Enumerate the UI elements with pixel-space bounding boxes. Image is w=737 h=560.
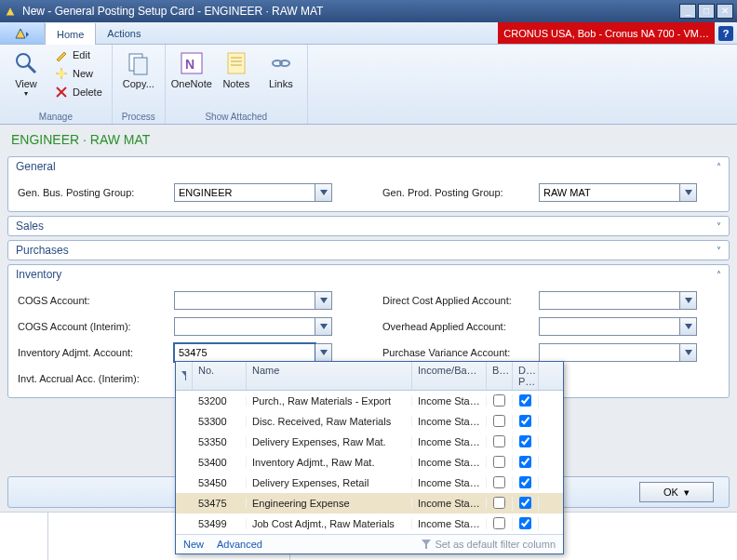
direct-cost-label: Direct Cost Applied Account: [382, 295, 531, 306]
ok-button[interactable]: OK ▾ [639, 482, 714, 502]
lookup-row[interactable]: 53475Engineering ExpenseIncome Sta… [176, 493, 563, 513]
checkbox-b[interactable] [493, 517, 505, 529]
lookup-cell-no: 53400 [193, 457, 247, 468]
ribbon: View ▾ Edit New Delete Manage [0, 45, 737, 125]
funnel-icon [422, 540, 431, 549]
lookup-cell-no: 53300 [193, 416, 247, 427]
inventory-adjmt-input[interactable] [174, 343, 315, 362]
minimize-button[interactable]: _ [679, 4, 696, 19]
fasttab-general-header[interactable]: General ˄ [8, 157, 729, 176]
lookup-cell-name: Job Cost Adjmt., Raw Materials [247, 518, 412, 529]
lookup-col-dp[interactable]: D… P… [513, 362, 539, 390]
checkbox-b[interactable] [493, 456, 505, 468]
checkbox-b[interactable] [493, 476, 505, 488]
checkbox-dp[interactable] [519, 456, 531, 468]
lookup-col-name[interactable]: Name [247, 362, 412, 390]
checkbox-b[interactable] [493, 497, 505, 509]
svg-marker-25 [181, 371, 186, 380]
lookup-row[interactable]: 53200Purch., Raw Materials - ExportIncom… [176, 391, 563, 411]
gen-prod-dropdown-button[interactable] [680, 183, 697, 202]
cogs-account-input[interactable] [174, 291, 315, 310]
edit-button[interactable]: Edit [50, 47, 106, 63]
lookup-col-b[interactable]: B… [487, 362, 513, 390]
inventory-adjmt-dropdown-button[interactable] [315, 343, 332, 362]
direct-cost-input[interactable] [539, 291, 680, 310]
cogs-dropdown-button[interactable] [315, 291, 332, 310]
lookup-header-row: No. Name Income/Ba… B… D… P… [176, 362, 563, 391]
new-button[interactable]: New [50, 65, 106, 82]
lookup-cell-income: Income Sta… [412, 498, 487, 509]
lookup-cell-dp [513, 476, 539, 490]
lookup-row[interactable]: 53499Job Cost Adjmt., Raw MaterialsIncom… [176, 513, 563, 534]
lookup-cell-b [487, 435, 513, 449]
lookup-cell-no: 53450 [193, 477, 247, 488]
cogs-interim-input[interactable] [174, 317, 315, 336]
page-title: ENGINEER · RAW MAT [11, 132, 726, 147]
overhead-input[interactable] [539, 317, 680, 336]
tab-home[interactable]: Home [45, 23, 96, 45]
tab-actions[interactable]: Actions [96, 22, 152, 44]
fasttab-sales-header[interactable]: Sales ˅ [8, 217, 729, 235]
ribbon-group-process-label: Process [122, 110, 155, 124]
links-icon [266, 48, 296, 78]
ribbon-group-showattached-label: Show Attached [205, 110, 267, 124]
checkbox-dp[interactable] [519, 394, 531, 407]
chevron-up-icon: ˄ [717, 270, 721, 280]
svg-rect-8 [134, 58, 147, 74]
fasttab-purchases-header[interactable]: Purchases ˅ [8, 241, 729, 260]
copy-button[interactable]: Copy... [118, 47, 159, 91]
lookup-cell-dp [513, 394, 539, 408]
inventory-adjmt-label: Inventory Adjmt. Account: [18, 347, 167, 358]
svg-point-2 [17, 54, 30, 67]
lookup-row[interactable]: 53450Delivery Expenses, RetailIncome Sta… [176, 473, 563, 493]
onenote-button[interactable]: N OneNote [171, 47, 212, 91]
lookup-row[interactable]: 53350Delivery Expenses, Raw Mat.Income S… [176, 432, 563, 452]
cogs-interim-dropdown-button[interactable] [315, 317, 332, 336]
checkbox-b[interactable] [493, 394, 505, 407]
lookup-new-link[interactable]: New [183, 539, 204, 550]
checkbox-dp[interactable] [519, 435, 531, 447]
svg-marker-18 [685, 190, 692, 195]
svg-marker-22 [685, 324, 692, 329]
lookup-row[interactable]: 53300Disc. Received, Raw MaterialsIncome… [176, 411, 563, 432]
purchase-variance-input[interactable] [539, 343, 680, 362]
lookup-advanced-link[interactable]: Advanced [217, 539, 262, 550]
help-button[interactable]: ? [718, 26, 733, 41]
lookup-body[interactable]: 53200Purch., Raw Materials - ExportIncom… [176, 391, 563, 534]
lookup-col-income[interactable]: Income/Ba… [412, 362, 487, 390]
lookup-row[interactable]: 53400Inventory Adjmt., Raw Mat.Income St… [176, 452, 563, 473]
checkbox-dp[interactable] [519, 415, 531, 427]
svg-marker-17 [320, 190, 328, 195]
application-menu-button[interactable] [0, 22, 45, 44]
checkbox-b[interactable] [493, 435, 505, 447]
checkbox-dp[interactable] [519, 497, 531, 509]
purchase-variance-dropdown-button[interactable] [680, 343, 697, 362]
delete-button[interactable]: Delete [50, 84, 106, 100]
svg-point-4 [59, 71, 64, 76]
view-button[interactable]: View ▾ [6, 47, 47, 100]
app-icon [4, 5, 17, 18]
maximize-button[interactable]: □ [698, 4, 715, 19]
sparkle-icon [54, 66, 69, 81]
gen-prod-posting-group-input[interactable] [539, 183, 680, 202]
checkbox-dp[interactable] [519, 476, 531, 488]
lookup-cell-dp [513, 517, 539, 531]
dropdown-arrow-icon: ▾ [24, 89, 28, 98]
gen-bus-dropdown-button[interactable] [315, 183, 332, 202]
gen-bus-posting-group-input[interactable] [174, 183, 315, 202]
svg-line-3 [28, 65, 35, 73]
links-button[interactable]: Links [261, 47, 302, 91]
fasttab-inventory-header[interactable]: Inventory ˄ [8, 265, 729, 284]
lookup-cell-name: Disc. Received, Raw Materials [247, 416, 412, 427]
close-button[interactable]: ✕ [717, 4, 733, 19]
lookup-col-no[interactable]: No. [193, 362, 247, 390]
lookup-cell-income: Income Sta… [412, 416, 487, 427]
checkbox-dp[interactable] [519, 517, 531, 529]
notes-button[interactable]: Notes [216, 47, 257, 91]
direct-cost-dropdown-button[interactable] [680, 291, 697, 310]
overhead-dropdown-button[interactable] [680, 317, 697, 336]
checkbox-b[interactable] [493, 415, 505, 427]
lookup-footer-hint: Set as default filter column [435, 539, 556, 550]
filter-icon[interactable] [176, 362, 193, 390]
lookup-cell-dp [513, 415, 539, 429]
